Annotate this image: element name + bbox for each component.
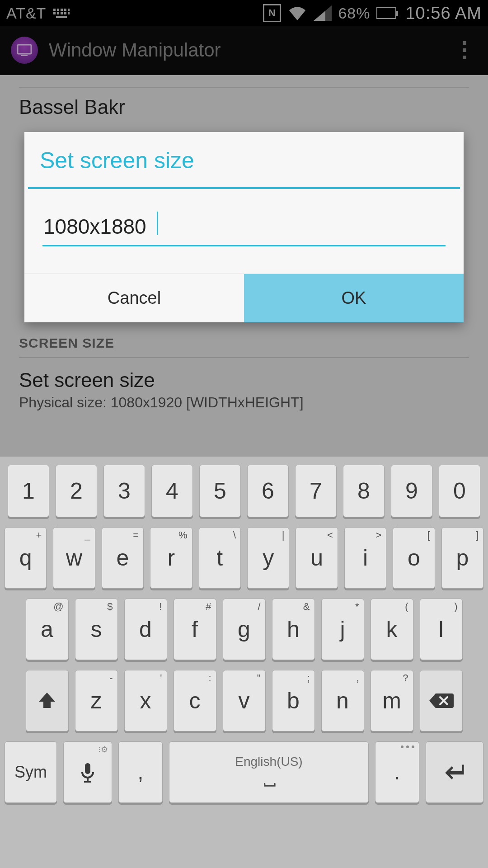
key-o[interactable]: o[ <box>393 527 435 589</box>
key-8[interactable]: 8 <box>343 465 385 517</box>
key-f[interactable]: f# <box>174 599 216 660</box>
key-6[interactable]: 6 <box>247 465 289 517</box>
dialog-title: Set screen size <box>24 132 464 187</box>
key-c[interactable]: c: <box>174 670 216 731</box>
key-m[interactable]: m? <box>371 670 413 731</box>
key-2[interactable]: 2 <box>56 465 97 517</box>
space-key[interactable]: English(US) ⎵ <box>169 741 369 803</box>
key-w[interactable]: w_ <box>53 527 95 589</box>
key-r[interactable]: r% <box>150 527 192 589</box>
svg-rect-18 <box>84 781 91 783</box>
key-n[interactable]: n, <box>321 670 364 731</box>
key-1[interactable]: 1 <box>8 465 49 517</box>
set-screen-size-dialog: Set screen size Cancel OK <box>24 132 464 322</box>
key-v[interactable]: v" <box>223 670 266 731</box>
key-s[interactable]: s$ <box>75 599 118 660</box>
key-9[interactable]: 9 <box>391 465 432 517</box>
voice-input-key[interactable]: ⁝⚙ <box>63 741 112 803</box>
svg-rect-17 <box>87 778 89 781</box>
key-x[interactable]: x' <box>124 670 167 731</box>
shift-key[interactable] <box>26 670 69 731</box>
soft-keyboard: 1234567890 q+w_e=r%t\y|u<i>o[p] a@s$d!f#… <box>0 457 488 868</box>
period-key[interactable]: . <box>375 741 419 803</box>
key-4[interactable]: 4 <box>151 465 193 517</box>
key-b[interactable]: b; <box>272 670 315 731</box>
svg-rect-16 <box>85 763 90 774</box>
enter-key[interactable] <box>426 741 483 803</box>
key-k[interactable]: k( <box>371 599 413 660</box>
key-e[interactable]: e= <box>102 527 144 589</box>
key-z[interactable]: z- <box>75 670 118 731</box>
key-t[interactable]: t\ <box>199 527 241 589</box>
key-j[interactable]: j* <box>321 599 364 660</box>
key-p[interactable]: p] <box>441 527 483 589</box>
key-i[interactable]: i> <box>344 527 386 589</box>
key-5[interactable]: 5 <box>199 465 241 517</box>
key-h[interactable]: h& <box>272 599 315 660</box>
cancel-button[interactable]: Cancel <box>24 274 244 322</box>
text-caret <box>157 212 158 235</box>
symbols-key[interactable]: Sym <box>5 741 57 803</box>
comma-key[interactable]: , <box>118 741 163 803</box>
key-7[interactable]: 7 <box>295 465 337 517</box>
keyboard-language-label: English(US) <box>235 755 302 769</box>
ok-button[interactable]: OK <box>244 274 464 322</box>
key-3[interactable]: 3 <box>103 465 145 517</box>
key-0[interactable]: 0 <box>439 465 480 517</box>
key-y[interactable]: y| <box>247 527 289 589</box>
key-l[interactable]: l) <box>420 599 463 660</box>
key-u[interactable]: u< <box>296 527 338 589</box>
key-a[interactable]: a@ <box>26 599 69 660</box>
key-q[interactable]: q+ <box>5 527 47 589</box>
backspace-key[interactable] <box>420 670 463 731</box>
key-g[interactable]: g/ <box>223 599 266 660</box>
key-d[interactable]: d! <box>124 599 167 660</box>
screen-size-input[interactable] <box>42 212 446 246</box>
